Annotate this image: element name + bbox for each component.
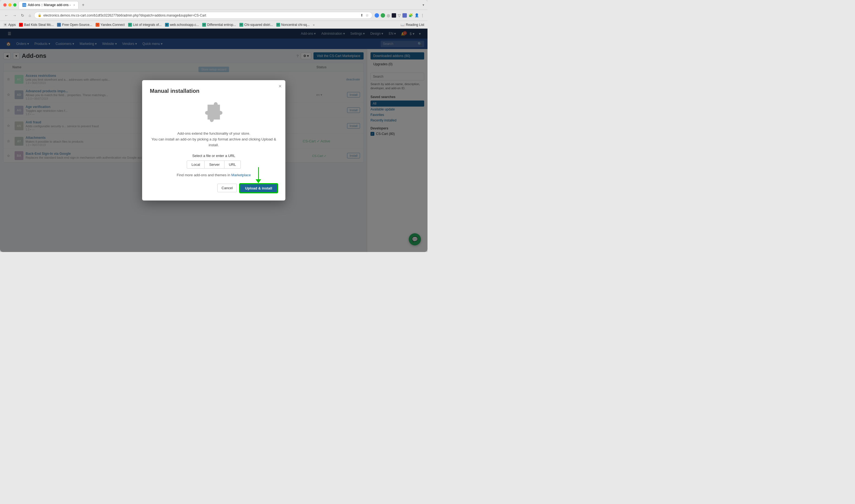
modal-close-button[interactable]: ×: [279, 84, 282, 89]
maximize-window-button[interactable]: [13, 3, 17, 6]
tab-label: Add-ons :: Manage add-ons -: [28, 3, 71, 7]
tab-favicon: CS: [22, 3, 26, 7]
yandex-icon: Y: [95, 23, 100, 27]
wiki-icon-3: W: [239, 23, 243, 27]
bookmark-schoolx[interactable]: ◉ web.schoolxapp.c...: [165, 23, 199, 27]
collapse-button[interactable]: ▾: [423, 3, 424, 7]
chrome-ext-2[interactable]: [381, 13, 385, 18]
traffic-lights: [3, 3, 17, 6]
bookmark-opensource-label: Free Open-Source...: [62, 23, 92, 27]
chrome-ext-4[interactable]: [392, 13, 396, 18]
bookmarks-bar: ⊞ Apps ▶ Bad Kids Steal Mc... ◎ Free Ope…: [0, 21, 427, 29]
bookmark-opensource[interactable]: ◎ Free Open-Source...: [57, 23, 92, 27]
chrome-ext-1[interactable]: [375, 13, 379, 18]
tab-close-button[interactable]: ×: [73, 4, 75, 6]
apps-icon: ⊞: [3, 23, 7, 27]
forward-button[interactable]: →: [12, 13, 18, 18]
reading-list-button[interactable]: 📖 Reading List: [400, 23, 424, 27]
active-tab[interactable]: CS Add-ons :: Manage add-ons - ×: [19, 1, 78, 9]
wiki-icon-2: W: [202, 23, 206, 27]
arrow-line: [258, 167, 259, 179]
reading-list-label: Reading List: [406, 23, 424, 27]
modal-description: Add-ons extend the functionality of your…: [150, 131, 278, 148]
bookmark-schoolx-label: web.schoolxapp.c...: [170, 23, 199, 27]
modal-footer-container: Cancel Upload & install: [150, 184, 278, 193]
modal-title: Manual installation: [150, 88, 278, 94]
back-button[interactable]: ←: [3, 13, 10, 18]
server-button[interactable]: Server: [204, 161, 224, 168]
tab-bar: CS Add-ons :: Manage add-ons - × + ▾: [19, 1, 424, 9]
bookmark-apps-label: Apps: [8, 23, 16, 27]
puzzle-ext-icon[interactable]: 🧩: [409, 13, 413, 17]
close-window-button[interactable]: [3, 3, 6, 6]
arrow-annotation: [256, 167, 261, 183]
schoolx-icon: ◉: [165, 23, 169, 27]
modal-footer: Cancel Upload & install: [150, 184, 278, 193]
reload-button[interactable]: ↻: [20, 13, 25, 18]
modal-puzzle-icon: [150, 100, 278, 125]
arrow-head: [256, 179, 261, 183]
bookmark-integrals-label: List of integrals of...: [133, 23, 162, 27]
menu-icon[interactable]: ⋮: [421, 13, 424, 17]
bookmark-chisquared[interactable]: W Chi-squared distri...: [239, 23, 273, 27]
browser-addressbar: ← → ↻ ⌂ 🔒 electronics.demos.mv.cs-cart.c…: [0, 10, 427, 21]
chrome-ext-3[interactable]: ◎: [387, 13, 390, 18]
browser-frame: CS Add-ons :: Manage add-ons - × + ▾ ← →…: [0, 0, 427, 252]
bookmark-icon[interactable]: ☆: [366, 13, 369, 17]
minimize-window-button[interactable]: [8, 3, 12, 6]
modal-desc-line2: You can install an add-on by picking a z…: [152, 137, 276, 147]
upload-install-button[interactable]: Upload & install: [239, 184, 278, 193]
modal-desc-line1: Add-ons extend the functionality of your…: [177, 131, 250, 136]
address-bar[interactable]: 🔒 electronics.demos.mv.cs-cart.com/b1df3…: [34, 12, 372, 19]
chrome-ext-6[interactable]: [403, 13, 407, 18]
file-label: Select a file or enter a URL: [150, 154, 278, 158]
opensource-icon: ◎: [57, 23, 61, 27]
bookmark-differential[interactable]: W Differential entrop...: [202, 23, 236, 27]
file-selection-section: Select a file or enter a URL Local Serve…: [150, 154, 278, 168]
home-button[interactable]: ⌂: [28, 13, 32, 18]
bookmark-badkids-label: Bad Kids Steal Mc...: [24, 23, 54, 27]
share-icon[interactable]: ⬆: [360, 13, 363, 17]
manual-installation-modal: × Manual installation Add-ons extend the…: [142, 80, 285, 200]
marketplace-link[interactable]: Marketplace: [231, 173, 251, 177]
wiki-icon-4: W: [276, 23, 280, 27]
user-icon[interactable]: 👤: [414, 13, 419, 17]
youtube-icon: ▶: [19, 23, 23, 27]
bookmark-yandex[interactable]: Y Yandex.Connect: [95, 23, 125, 27]
browser-titlebar: CS Add-ons :: Manage add-ons - × + ▾: [0, 0, 427, 10]
chrome-ext-5[interactable]: ▽: [398, 13, 401, 18]
local-button[interactable]: Local: [187, 161, 204, 168]
bookmark-integrals[interactable]: W List of integrals of...: [128, 23, 162, 27]
bookmark-apps[interactable]: ⊞ Apps: [3, 23, 16, 27]
bookmark-noncentral[interactable]: W Noncentral chi-sq...: [276, 23, 309, 27]
bookmark-differential-label: Differential entrop...: [207, 23, 236, 27]
url-button[interactable]: URL: [225, 161, 241, 168]
address-icons: ⬆ ☆: [360, 13, 369, 17]
marketplace-text: Find more add-ons and themes in: [177, 173, 230, 177]
address-text: electronics.demos.mv.cs-cart.com/b1df3c0…: [43, 14, 206, 17]
bookmark-badkids[interactable]: ▶ Bad Kids Steal Mc...: [19, 23, 54, 27]
new-tab-button[interactable]: +: [81, 2, 85, 7]
reading-list-icon: 📖: [400, 23, 405, 27]
bookmarks-more[interactable]: »: [313, 23, 315, 26]
bookmark-chisquared-label: Chi-squared distri...: [244, 23, 273, 27]
bookmark-yandex-label: Yandex.Connect: [101, 23, 125, 27]
browser-extensions: ◎ ▽ 🧩 👤 ⋮: [375, 13, 424, 18]
modal-overlay[interactable]: × Manual installation Add-ons extend the…: [0, 29, 427, 252]
page-content: ☰ Add-ons ▾ Administration ▾ Settings ▾ …: [0, 29, 427, 252]
bookmark-noncentral-label: Noncentral chi-sq...: [281, 23, 309, 27]
wiki-icon-1: W: [128, 23, 132, 27]
cancel-button[interactable]: Cancel: [217, 184, 237, 192]
